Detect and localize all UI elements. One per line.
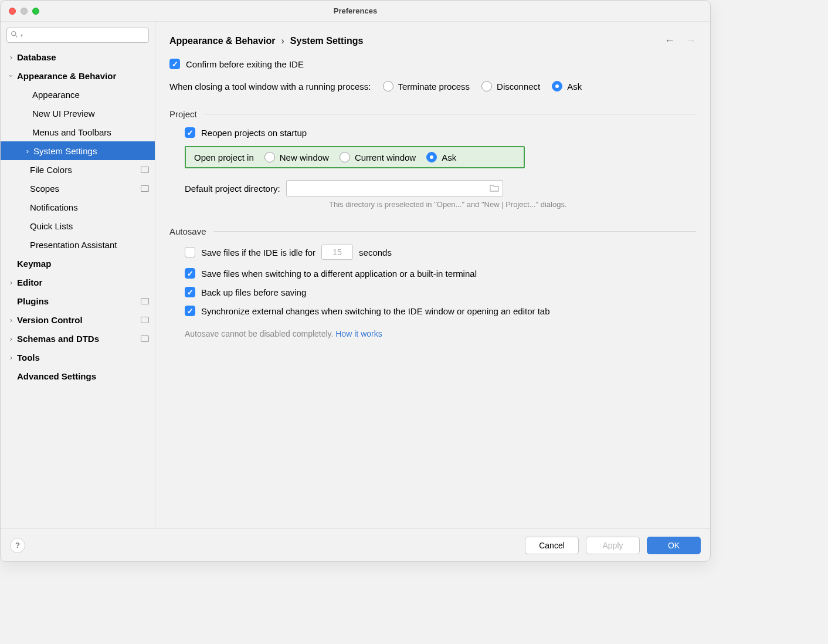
settings-content: Appearance & Behavior › System Settings … — [155, 22, 710, 528]
radio-close-ask[interactable]: Ask — [552, 81, 582, 91]
sidebar-item-notifications[interactable]: Notifications — [1, 198, 155, 216]
autosave-section-header: Autosave — [169, 226, 206, 236]
svg-point-0 — [12, 32, 16, 36]
sidebar-item-editor[interactable]: › Editor — [1, 273, 155, 292]
search-icon — [11, 30, 18, 40]
settings-search[interactable]: ▾ — [6, 28, 149, 43]
project-scope-icon — [141, 335, 149, 342]
confirm-exit-checkbox[interactable] — [169, 59, 180, 69]
project-scope-icon — [141, 185, 149, 192]
how-it-works-link[interactable]: How it works — [335, 329, 382, 338]
window-title: Preferences — [1, 6, 710, 15]
chevron-right-icon: › — [23, 147, 32, 155]
section-divider — [204, 114, 696, 114]
reopen-projects-label: Reopen projects on startup — [201, 128, 307, 138]
idle-seconds-input[interactable] — [321, 245, 353, 260]
sidebar-item-version-control[interactable]: › Version Control — [1, 310, 155, 329]
breadcrumb-parent[interactable]: Appearance & Behavior — [169, 36, 276, 46]
confirm-exit-label: Confirm before exiting the IDE — [186, 59, 304, 69]
default-project-dir-label: Default project directory: — [185, 184, 280, 194]
radio-open-ask[interactable]: Ask — [426, 152, 456, 162]
save-on-switch-checkbox[interactable] — [185, 268, 195, 279]
preferences-window: Preferences ▾ › Database › — [0, 0, 711, 562]
breadcrumb-nav: ← → — [664, 35, 696, 47]
cancel-button[interactable]: Cancel — [525, 537, 579, 554]
default-project-dir-input[interactable] — [286, 180, 503, 196]
backup-before-save-checkbox[interactable] — [185, 287, 195, 297]
folder-browse-icon[interactable] — [490, 184, 499, 194]
help-button[interactable]: ? — [10, 538, 25, 553]
project-scope-icon — [141, 167, 149, 173]
sidebar-item-menus-toolbars[interactable]: Menus and Toolbars — [1, 123, 155, 141]
chevron-right-icon: › — [6, 353, 16, 362]
sidebar-item-quick-lists[interactable]: Quick Lists — [1, 216, 155, 235]
sidebar-item-scopes[interactable]: Scopes — [1, 179, 155, 198]
breadcrumb: Appearance & Behavior › System Settings … — [169, 35, 696, 47]
save-on-idle-suffix: seconds — [359, 248, 392, 257]
sidebar-item-new-ui-preview[interactable]: New UI Preview — [1, 104, 155, 123]
reopen-projects-checkbox[interactable] — [185, 127, 195, 138]
sidebar-item-appearance-behavior[interactable]: › Appearance & Behavior — [1, 66, 155, 85]
search-input[interactable] — [25, 31, 145, 40]
radio-terminate-process[interactable]: Terminate process — [383, 81, 470, 91]
chevron-right-icon: › — [6, 334, 16, 343]
sidebar-item-presentation-assistant[interactable]: Presentation Assistant — [1, 235, 155, 254]
close-tool-window-label: When closing a tool window with a runnin… — [169, 82, 371, 91]
sidebar-item-appearance[interactable]: Appearance — [1, 85, 155, 104]
back-arrow-icon[interactable]: ← — [664, 35, 675, 47]
radio-open-current-window[interactable]: Current window — [340, 152, 416, 162]
sidebar-item-system-settings[interactable]: › System Settings — [1, 141, 155, 160]
breadcrumb-separator: › — [281, 36, 284, 46]
sidebar-item-schemas-dtds[interactable]: › Schemas and DTDs — [1, 329, 155, 348]
chevron-right-icon: › — [6, 316, 16, 324]
sidebar-item-tools[interactable]: › Tools — [1, 348, 155, 367]
default-project-dir-hint: This directory is preselected in "Open..… — [329, 200, 696, 209]
open-project-in-highlight: Open project in New window Current windo… — [185, 146, 525, 168]
chevron-right-icon: › — [6, 53, 16, 62]
radio-disconnect[interactable]: Disconnect — [481, 81, 540, 91]
sidebar-item-plugins[interactable]: Plugins — [1, 292, 155, 310]
ok-button[interactable]: OK — [647, 537, 701, 554]
save-on-idle-prefix: Save files if the IDE is idle for — [201, 248, 315, 257]
svg-line-1 — [16, 36, 18, 38]
apply-button[interactable]: Apply — [586, 537, 640, 554]
settings-sidebar: ▾ › Database › Appearance & Behavior App… — [1, 22, 155, 528]
radio-open-new-window[interactable]: New window — [264, 152, 329, 162]
titlebar: Preferences — [1, 1, 710, 22]
save-on-idle-checkbox[interactable] — [185, 247, 195, 257]
project-scope-icon — [141, 298, 149, 304]
sidebar-item-advanced-settings[interactable]: Advanced Settings — [1, 367, 155, 385]
project-section-header: Project — [169, 109, 197, 119]
section-divider — [213, 231, 696, 232]
dialog-footer: ? Cancel Apply OK — [1, 528, 710, 561]
backup-before-save-label: Back up files before saving — [201, 287, 306, 297]
sidebar-item-keymap[interactable]: Keymap — [1, 254, 155, 273]
forward-arrow-icon[interactable]: → — [686, 35, 696, 47]
sidebar-item-file-colors[interactable]: File Colors — [1, 160, 155, 179]
sidebar-item-database[interactable]: › Database — [1, 48, 155, 66]
breadcrumb-current: System Settings — [290, 36, 363, 46]
dropdown-caret-icon: ▾ — [21, 33, 23, 38]
project-scope-icon — [141, 317, 149, 323]
autosave-note: Autosave cannot be disabled completely. … — [185, 329, 696, 338]
settings-tree: › Database › Appearance & Behavior Appea… — [1, 48, 155, 391]
chevron-down-icon: › — [7, 71, 16, 80]
chevron-right-icon: › — [6, 278, 16, 287]
open-project-in-label: Open project in — [194, 152, 254, 162]
save-on-switch-label: Save files when switching to a different… — [201, 269, 477, 279]
sync-external-label: Synchronize external changes when switch… — [201, 306, 550, 316]
sync-external-checkbox[interactable] — [185, 306, 195, 316]
